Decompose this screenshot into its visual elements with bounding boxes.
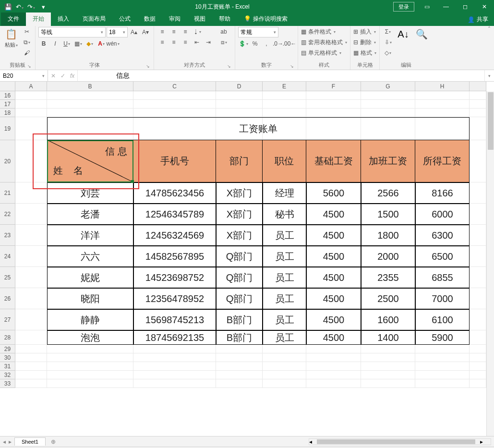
- table-cell[interactable]: 7000: [415, 288, 470, 309]
- table-cell[interactable]: 晓阳: [47, 288, 133, 309]
- col-header-D[interactable]: D: [216, 82, 263, 91]
- col-header-A[interactable]: A: [15, 82, 47, 91]
- align-top-button[interactable]: ≡: [157, 27, 168, 36]
- table-cell[interactable]: 6100: [415, 309, 470, 330]
- autosum-button[interactable]: Σ▾: [383, 27, 393, 36]
- minimize-button[interactable]: —: [436, 0, 456, 13]
- row-header-33[interactable]: 33: [0, 379, 15, 388]
- sheet-nav-next[interactable]: ▸: [9, 438, 12, 445]
- table-cell[interactable]: 4500: [306, 309, 361, 330]
- table-cell[interactable]: 18745692135: [133, 330, 216, 345]
- align-launcher-icon[interactable]: ↘: [227, 64, 231, 69]
- table-cell[interactable]: 2566: [361, 182, 415, 204]
- accounting-button[interactable]: 💲▾: [238, 39, 249, 48]
- row-header-26[interactable]: 26: [0, 288, 15, 309]
- table-cell[interactable]: 1400: [361, 330, 415, 345]
- add-sheet-button[interactable]: ⊕: [48, 438, 58, 445]
- worksheet-grid[interactable]: ABCDEFGH 1617181920212223242526272829303…: [0, 82, 494, 436]
- delete-cells-button[interactable]: ⊟删除▾: [353, 37, 376, 47]
- table-cell[interactable]: 14523698752: [133, 267, 216, 288]
- insert-cells-button[interactable]: ⊞插入▾: [353, 27, 376, 36]
- align-center-button[interactable]: ≡: [169, 37, 179, 47]
- font-combo[interactable]: 等线▾: [38, 27, 106, 37]
- row-header-19[interactable]: 19: [0, 117, 15, 140]
- font-size-combo[interactable]: 18▾: [107, 27, 128, 37]
- comma-button[interactable]: ,: [261, 39, 272, 48]
- format-cells-button[interactable]: ▦格式▾: [353, 48, 376, 58]
- row-header-16[interactable]: 16: [0, 91, 15, 100]
- ribbon-options-button[interactable]: ▭: [417, 0, 436, 13]
- table-cell[interactable]: 2000: [361, 246, 415, 267]
- collapse-ribbon-button[interactable]: ˄: [484, 26, 494, 70]
- find-select-button[interactable]: 🔍: [413, 27, 430, 41]
- close-button[interactable]: ✕: [475, 0, 494, 13]
- italic-button[interactable]: I: [50, 39, 60, 48]
- cells-area[interactable]: 工资账单信 息姓 名手机号部门职位基础工资加班工资所得工资刘芸147856234…: [15, 91, 486, 436]
- table-cell[interactable]: 6855: [415, 267, 470, 288]
- table-cell[interactable]: Q部门: [216, 246, 263, 267]
- align-left-button[interactable]: ≡: [157, 37, 168, 47]
- row-header-21[interactable]: 21: [0, 182, 15, 204]
- tab-review[interactable]: 审阅: [162, 12, 187, 26]
- paste-button[interactable]: 📋 粘贴▾: [3, 27, 20, 49]
- table-cell[interactable]: 泡泡: [47, 330, 133, 345]
- table-cell[interactable]: 12456324569: [133, 225, 216, 246]
- merge-button[interactable]: ⧈▾: [216, 37, 232, 47]
- percent-button[interactable]: %: [250, 39, 260, 48]
- table-cell[interactable]: 14785623456: [133, 182, 216, 204]
- maximize-button[interactable]: ◻: [456, 0, 475, 13]
- table-cell[interactable]: 4500: [306, 246, 361, 267]
- col-header-G[interactable]: G: [361, 82, 415, 91]
- confirm-formula-button[interactable]: ✓: [60, 73, 65, 79]
- align-bottom-button[interactable]: ≡: [180, 27, 191, 36]
- row-headers[interactable]: 161718192021222324252627282930313233: [0, 91, 15, 436]
- table-cell[interactable]: 1800: [361, 225, 415, 246]
- table-cell[interactable]: 6300: [415, 225, 470, 246]
- table-cell[interactable]: Q部门: [216, 288, 263, 309]
- table-cell[interactable]: 员工: [263, 225, 306, 246]
- shrink-font-button[interactable]: A▾: [140, 27, 151, 37]
- row-header-28[interactable]: 28: [0, 330, 15, 345]
- table-cell[interactable]: X部门: [216, 182, 263, 204]
- table-cell[interactable]: 员工: [263, 330, 306, 345]
- table-cell[interactable]: 员工: [263, 288, 306, 309]
- table-cell[interactable]: 员工: [263, 246, 306, 267]
- align-middle-button[interactable]: ≡: [169, 27, 179, 36]
- table-cell[interactable]: 12356478952: [133, 288, 216, 309]
- table-cell[interactable]: 12546345789: [133, 204, 216, 225]
- table-cell[interactable]: 4500: [306, 204, 361, 225]
- table-cell[interactable]: 1500: [361, 204, 415, 225]
- row-header-31[interactable]: 31: [0, 362, 15, 371]
- table-cell[interactable]: 六六: [47, 246, 133, 267]
- share-button[interactable]: 👤共享: [463, 13, 493, 26]
- indent-inc-button[interactable]: ⇥: [203, 37, 214, 47]
- column-headers[interactable]: ABCDEFGH: [15, 82, 486, 91]
- table-cell[interactable]: 1600: [361, 309, 415, 330]
- clear-button[interactable]: ◇▾: [383, 48, 393, 58]
- tab-tellme[interactable]: 💡操作说明搜索: [237, 12, 294, 26]
- name-box[interactable]: B20▾: [0, 70, 48, 81]
- table-cell[interactable]: B部门: [216, 309, 263, 330]
- vertical-scrollbar[interactable]: [486, 91, 494, 436]
- table-cell[interactable]: 5900: [415, 330, 470, 345]
- cut-button[interactable]: ✂: [22, 27, 32, 36]
- underline-button[interactable]: U▾: [61, 39, 72, 48]
- tab-insert[interactable]: 插入: [51, 12, 76, 26]
- tab-layout[interactable]: 页面布局: [76, 12, 112, 26]
- redo-button[interactable]: ↷▾: [26, 1, 36, 12]
- table-cell[interactable]: B部门: [216, 330, 263, 345]
- horizontal-scrollbar[interactable]: ◂▸: [58, 438, 494, 445]
- cell-styles-button[interactable]: ▤单元格样式▾: [301, 48, 341, 58]
- sort-filter-button[interactable]: A↓: [395, 27, 411, 41]
- copy-button[interactable]: ⧉▾: [22, 37, 32, 47]
- tab-help[interactable]: 帮助: [212, 12, 237, 26]
- tab-data[interactable]: 数据: [137, 12, 162, 26]
- table-cell[interactable]: 4500: [306, 288, 361, 309]
- align-right-button[interactable]: ≡: [180, 37, 191, 47]
- format-painter-button[interactable]: 🖌: [22, 48, 32, 58]
- cancel-formula-button[interactable]: ✕: [51, 73, 56, 79]
- table-cell[interactable]: 4500: [306, 225, 361, 246]
- table-cell[interactable]: 刘芸: [47, 182, 133, 204]
- table-cell[interactable]: Q部门: [216, 267, 263, 288]
- table-cell[interactable]: 15698745213: [133, 309, 216, 330]
